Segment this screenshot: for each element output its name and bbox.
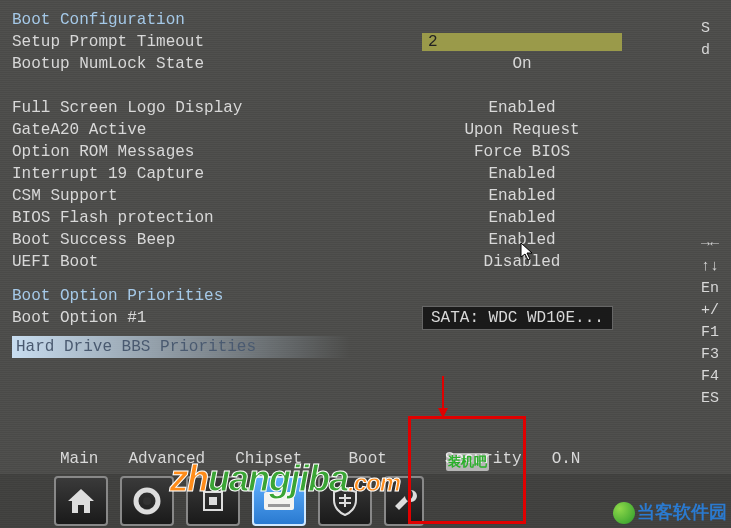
wrench-icon[interactable] [384,476,424,526]
boot-config-header: Boot Configuration [12,11,422,29]
setting-value[interactable]: Enabled [422,99,622,117]
setting-row[interactable]: Option ROM Messages Force BIOS [12,142,731,162]
home-icon[interactable] [54,476,108,526]
setting-label: Option ROM Messages [12,143,422,161]
svg-rect-3 [209,497,217,505]
disk-icon[interactable] [252,476,306,526]
svg-point-1 [143,497,151,505]
hint: ES [701,390,731,410]
setting-label: Setup Prompt Timeout [12,33,422,51]
setting-row[interactable]: GateA20 Active Upon Request [12,120,731,140]
setting-row[interactable]: UEFI Boot Disabled [12,252,731,272]
setting-row[interactable]: BIOS Flash protection Enabled [12,208,731,228]
highlighted-row-label: Hard Drive BBS Priorities [16,338,256,356]
tab-main[interactable]: Main [60,450,98,468]
annotation-arrow [442,376,444,416]
setting-row-blank [12,76,731,96]
setting-row[interactable]: Interrupt 19 Capture Enabled [12,164,731,184]
hint: F3 [701,346,731,366]
setting-label: BIOS Flash protection [12,209,422,227]
hint: →← [701,236,731,256]
tab-icon-row [0,474,731,528]
hard-drive-bbs-priorities[interactable]: Hard Drive BBS Priorities [12,336,387,358]
boot-option-value[interactable]: SATA: WDC WD10E... [422,306,613,330]
setting-label: CSM Support [12,187,422,205]
setting-row[interactable]: Full Screen Logo Display Enabled [12,98,731,118]
setting-value[interactable]: Upon Request [422,121,622,139]
gear-icon[interactable] [120,476,174,526]
setting-value[interactable]: Enabled [422,231,622,249]
setting-value[interactable]: Enabled [422,165,622,183]
tab-boot[interactable]: Boot [348,450,386,468]
setting-row[interactable]: Bootup NumLock State On [12,54,731,74]
setting-row[interactable]: Boot Success Beep Enabled [12,230,731,250]
setting-value-selected[interactable]: 2 [422,33,622,51]
hint: S [701,20,731,40]
boot-option-row[interactable]: Boot Option #1 SATA: WDC WD10E... [12,308,731,328]
boot-priorities-header: Boot Option Priorities [12,287,422,305]
bios-screen: Boot Configuration Setup Prompt Timeout … [0,0,731,528]
setting-value[interactable]: On [422,55,622,73]
hint: ↑↓ [701,258,731,278]
setting-label: UEFI Boot [12,253,422,271]
setting-value[interactable]: Enabled [422,209,622,227]
boot-option-label: Boot Option #1 [12,309,422,327]
tab-advanced[interactable]: Advanced [128,450,205,468]
hint: F1 [701,324,731,344]
shield-icon[interactable] [318,476,372,526]
setting-label: GateA20 Active [12,121,422,139]
help-key-strip: S d →← ↑↓ En +/ F1 F3 F4 ES [701,0,731,420]
setting-row[interactable]: CSM Support Enabled [12,186,731,206]
tab-security[interactable]: Security [445,450,522,468]
setting-value[interactable]: Enabled [422,187,622,205]
tab-chipset[interactable]: Chipset [235,450,302,468]
setting-label: Boot Success Beep [12,231,422,249]
hint: d [701,42,731,62]
hint: F4 [701,368,731,388]
svg-rect-5 [268,504,290,507]
section-header-boot-priorities: Boot Option Priorities [12,286,731,306]
hint: En [701,280,731,300]
svg-rect-4 [264,492,294,510]
setting-row[interactable]: Setup Prompt Timeout 2 [12,32,731,52]
section-header-boot-config: Boot Configuration [12,10,731,30]
setting-label: Interrupt 19 Capture [12,165,422,183]
setting-label: Bootup NumLock State [12,55,422,73]
setting-label: Full Screen Logo Display [12,99,422,117]
setting-value[interactable]: Disabled [422,253,622,271]
tab-one[interactable]: O.N [552,450,581,468]
tab-bar: Main Advanced Chipset Boot Security O.N [0,450,731,472]
hint: +/ [701,302,731,322]
setting-value[interactable]: Force BIOS [422,143,622,161]
chip-icon[interactable] [186,476,240,526]
